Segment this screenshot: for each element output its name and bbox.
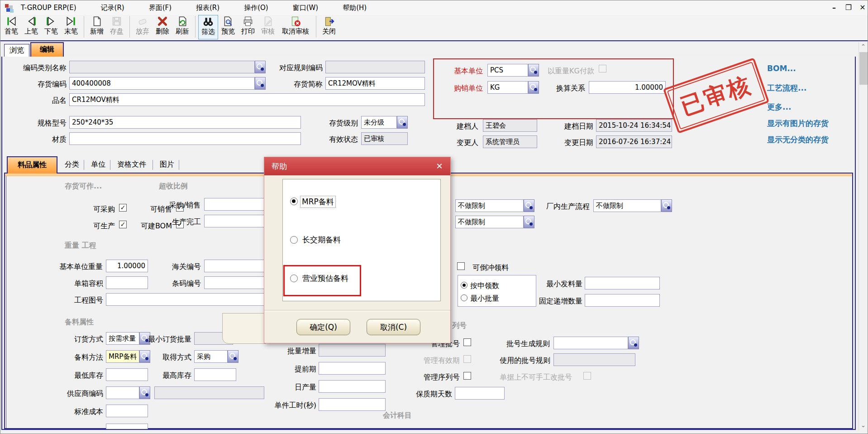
toolbar-last-button[interactable]: 末笔 [61, 15, 81, 39]
label-min-order-qty: 最小订货批量 [145, 335, 191, 344]
supplier-code-lookup-button[interactable] [139, 386, 150, 399]
mrp-prep-label[interactable]: MRP备料 [300, 196, 335, 207]
base-weight-field[interactable]: 1.00000 [106, 260, 148, 272]
material-field[interactable] [69, 132, 301, 145]
manage-serial-checkbox[interactable] [463, 372, 471, 380]
section-batch-serial-header-fragment: 列号 [452, 321, 467, 331]
tab-item-attributes[interactable]: 料品属性 [7, 156, 57, 174]
by-request-qty-radio[interactable] [461, 282, 467, 289]
restore-button[interactable]: ❐ [843, 2, 854, 13]
item-code-field[interactable]: 400400008 [69, 77, 255, 90]
code-category-field[interactable] [69, 61, 255, 73]
code-category-lookup-button[interactable] [255, 61, 266, 73]
tab-classification[interactable]: 分类 [65, 160, 79, 169]
section-account-header: 会计科目 [383, 411, 412, 420]
fixed-increment-field[interactable] [585, 294, 660, 307]
toolbar-next-button[interactable]: 下笔 [41, 15, 61, 39]
link-bom[interactable]: BOM... [767, 64, 796, 73]
factory-flow-field[interactable]: 不做限制 [593, 199, 661, 212]
prep-method-lookup-button[interactable] [139, 350, 150, 363]
menu-item-app[interactable]: T-GROUP ERP(E) [21, 4, 76, 12]
toolbar-new-button[interactable]: 新增 [87, 15, 107, 39]
dialog-cancel-button[interactable]: 取消(C) [367, 319, 420, 335]
link-process-flow[interactable]: 工艺流程... [767, 83, 806, 93]
lead-time-field[interactable] [319, 362, 386, 375]
spec-field[interactable]: 250*240*35 [69, 116, 301, 129]
can-produce-checkbox[interactable] [119, 221, 127, 228]
toolbar-print-button[interactable]: 打印 [238, 15, 258, 39]
toolbar-first-button[interactable]: 首笔 [1, 15, 21, 39]
item-level-field[interactable]: 未分级 [361, 116, 397, 129]
menu-item-help[interactable]: 帮助(H) [343, 4, 367, 12]
link-show-with-images[interactable]: 显示有图片的存货 [767, 118, 829, 129]
restriction-1-lookup-button[interactable] [524, 199, 534, 212]
minimize-button[interactable]: – [828, 2, 840, 13]
item-name-field[interactable]: CR12MOV精料 [69, 93, 425, 106]
std-cost-field[interactable] [106, 405, 148, 417]
vertical-scrollbar-track[interactable] [858, 42, 868, 431]
backflush-checkbox[interactable] [457, 262, 465, 270]
toolbar-refresh-button[interactable]: 刷新 [172, 15, 192, 39]
long-leadtime-prep-label[interactable]: 长交期备料 [302, 235, 341, 245]
restriction-field-1[interactable]: 不做限制 [455, 199, 524, 212]
toolbar-save-button: 存盘 [107, 15, 127, 39]
tab-browse[interactable]: 浏览 [4, 44, 29, 57]
toolbar-filter-button[interactable]: 筛选 [198, 15, 218, 39]
daily-output-field[interactable] [319, 380, 386, 393]
order-mode-field[interactable]: 按需求量 [106, 332, 139, 345]
dialog-close-icon[interactable]: ✕ [434, 161, 445, 172]
toolbar-preview-button[interactable]: 预览 [218, 15, 238, 39]
mrp-prep-radio[interactable] [290, 198, 298, 205]
label-manage-validity: 管理有效期 [416, 356, 460, 366]
manage-batch-checkbox[interactable] [463, 338, 471, 346]
menu-item-operate[interactable]: 操作(O) [244, 4, 268, 12]
item-code-lookup-button[interactable] [255, 77, 266, 90]
scrollbar-thumb[interactable] [859, 52, 868, 85]
min-batch-radio[interactable] [461, 294, 467, 301]
min-stock-field[interactable] [106, 368, 148, 381]
scroll-up-icon[interactable]: ⌃ [858, 42, 868, 51]
menu-item-report[interactable]: 报表(R) [196, 4, 219, 12]
item-short-field[interactable]: CR12MOV精料 [325, 77, 425, 90]
rule-code-field[interactable] [325, 61, 425, 73]
batch-rule-field[interactable] [553, 337, 628, 349]
unit-work-time-field[interactable] [319, 398, 386, 411]
can-purchase-checkbox[interactable] [119, 204, 127, 212]
prep-method-field[interactable]: MRP备料 [106, 350, 139, 363]
toolbar-prev-button[interactable]: 上笔 [21, 15, 41, 39]
supplier-code-field[interactable] [106, 386, 139, 399]
link-more[interactable]: 更多... [767, 102, 791, 112]
scroll-down-icon[interactable]: ⌄ [858, 421, 868, 430]
long-leadtime-prep-radio[interactable] [290, 236, 298, 244]
toolbar-close-button[interactable]: 关闭 [319, 15, 339, 39]
toolbar-cancel-audit-button[interactable]: 取消审核 [278, 15, 313, 39]
dialog-ok-button[interactable]: 确定(Q) [296, 319, 350, 335]
close-button[interactable]: ✕ [857, 2, 868, 13]
toolbar-label: 存盘 [110, 27, 124, 35]
acquire-mode-field[interactable]: 采购 [194, 350, 228, 363]
tab-separator [179, 160, 179, 170]
max-stock-field[interactable] [194, 368, 236, 381]
tab-edit[interactable]: 编辑 [30, 42, 64, 57]
menu-item-record[interactable]: 记录(R) [101, 4, 124, 12]
label-modifier: 变更人 [438, 138, 478, 148]
toolbar-delete-button[interactable]: 删除 [153, 15, 172, 39]
manage-validity-checkbox [463, 355, 471, 363]
restriction-field-2[interactable]: 不做限制 [455, 216, 524, 228]
tab-images[interactable]: 图片 [160, 160, 174, 169]
shelf-life-days-field[interactable] [455, 387, 505, 400]
acquire-mode-lookup-button[interactable] [228, 350, 238, 363]
menu-item-interface[interactable]: 界面(F) [149, 4, 172, 12]
label-can-purchase: 可采购 [89, 205, 115, 214]
factory-flow-lookup-button[interactable] [661, 199, 672, 212]
tab-unit[interactable]: 单位 [91, 160, 105, 169]
min-issue-qty-field[interactable] [585, 277, 660, 289]
batch-rule-lookup-button[interactable] [628, 337, 639, 349]
restriction-2-lookup-button[interactable] [524, 216, 534, 228]
toolbar-label: 关闭 [322, 27, 336, 35]
box-volume-field[interactable] [106, 276, 148, 289]
menu-item-window[interactable]: 窗口(W) [293, 4, 319, 12]
tab-qualification-files[interactable]: 资格文件 [117, 160, 146, 169]
link-show-unclassified[interactable]: 显示无分类的存货 [767, 135, 829, 145]
item-level-lookup-button[interactable] [397, 116, 408, 129]
